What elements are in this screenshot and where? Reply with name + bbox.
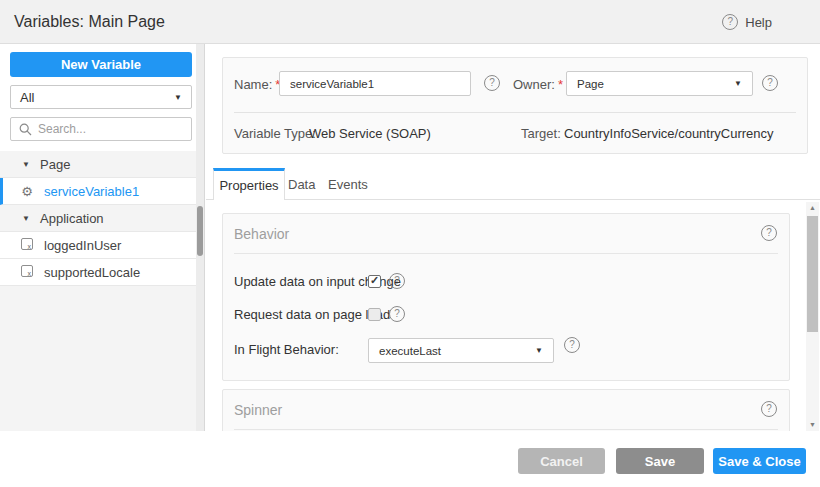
variable-type-value: Web Service (SOAP)	[309, 126, 431, 141]
tab-properties[interactable]: Properties	[213, 168, 285, 200]
sidebar-scrollbar[interactable]	[196, 44, 205, 431]
variable-search[interactable]	[10, 117, 192, 141]
tab-bar: Properties Data Events	[206, 168, 820, 200]
name-input[interactable]	[279, 71, 471, 96]
content-scrollbar-thumb[interactable]	[807, 216, 818, 332]
collapse-arrow-icon[interactable]: ▼	[22, 214, 31, 223]
search-input[interactable]	[38, 122, 178, 136]
owner-value: Page	[577, 78, 604, 90]
cancel-button[interactable]: Cancel	[518, 448, 605, 474]
scroll-down-arrow-icon[interactable]: ▼	[806, 419, 819, 431]
panel-divider	[234, 112, 796, 113]
variable-filter-select[interactable]: All ▼	[10, 85, 192, 109]
tree-item-loggedinuser[interactable]: x loggedInUser	[0, 232, 196, 259]
request-data-help-icon[interactable]: ?	[389, 306, 405, 322]
variables-sidebar: New Variable All ▼ ▼ Page ⚙ serviceVaria…	[0, 44, 196, 431]
behavior-section-title: Behavior	[234, 226, 289, 242]
dialog-header: Variables: Main Page ? Help	[0, 0, 820, 44]
save-button[interactable]: Save	[616, 448, 704, 474]
tree-item-servicevariable1[interactable]: ⚙ serviceVariable1	[0, 178, 196, 205]
page-title: Variables: Main Page	[14, 0, 165, 44]
spinner-section-title: Spinner	[234, 402, 282, 418]
update-data-checkbox[interactable]	[368, 275, 381, 288]
tab-events[interactable]: Events	[328, 168, 368, 200]
spinner-section: Spinner ?	[222, 389, 790, 431]
in-flight-behavior-select[interactable]: executeLast ▼	[368, 338, 554, 363]
chevron-down-icon: ▼	[734, 79, 742, 88]
in-flight-behavior-value: executeLast	[379, 345, 441, 357]
variable-summary-panel: Name:* ? Owner:* Page ▼ ? Variable Type:…	[222, 57, 808, 154]
help-link[interactable]: ? Help	[722, 14, 772, 30]
name-help-icon[interactable]: ?	[484, 75, 500, 91]
chevron-down-icon: ▼	[535, 346, 543, 355]
tree-item-supportedlocale[interactable]: x supportedLocale	[0, 259, 196, 286]
behavior-section: Behavior ? Update data on input change ?…	[222, 213, 790, 381]
scroll-up-arrow-icon[interactable]: ▲	[806, 202, 819, 214]
dialog-footer: Cancel Save Save & Close	[0, 431, 820, 487]
variable-filter-value: All	[20, 90, 34, 105]
chevron-down-icon: ▼	[174, 93, 182, 102]
static-variable-icon: x	[19, 265, 35, 280]
static-variable-icon: x	[19, 238, 35, 253]
name-label: Name:*	[234, 77, 280, 92]
tree-group-application[interactable]: ▼ Application	[0, 205, 196, 232]
request-data-label: Request data on page load	[234, 307, 390, 322]
variable-type-label: Variable Type:	[234, 126, 316, 141]
web-service-gear-icon: ⚙	[19, 184, 35, 199]
owner-select[interactable]: Page ▼	[566, 71, 753, 96]
properties-scroll-area: Behavior ? Update data on input change ?…	[206, 200, 820, 431]
tree-item-label: supportedLocale	[44, 265, 140, 280]
owner-label: Owner:*	[513, 77, 563, 92]
tree-group-label: Application	[40, 211, 104, 226]
target-value: CountryInfoService/countryCurrency	[564, 126, 774, 141]
content-scrollbar[interactable]: ▲ ▼	[806, 202, 819, 431]
tree-item-label: serviceVariable1	[44, 184, 139, 199]
behavior-help-icon[interactable]: ?	[761, 225, 777, 241]
collapse-arrow-icon[interactable]: ▼	[22, 160, 31, 169]
search-icon	[19, 123, 32, 136]
in-flight-behavior-label: In Flight Behavior:	[234, 342, 339, 357]
new-variable-button[interactable]: New Variable	[10, 52, 192, 77]
save-and-close-button[interactable]: Save & Close	[713, 448, 806, 474]
in-flight-behavior-help-icon[interactable]: ?	[564, 337, 580, 353]
sidebar-scrollbar-thumb[interactable]	[197, 206, 203, 256]
help-label: Help	[745, 15, 772, 30]
update-data-help-icon[interactable]: ?	[389, 273, 405, 289]
variable-detail-panel: Name:* ? Owner:* Page ▼ ? Variable Type:…	[206, 44, 820, 431]
owner-help-icon[interactable]: ?	[762, 75, 778, 91]
variables-tree: ▼ Page ⚙ serviceVariable1 ▼ Application …	[0, 151, 196, 431]
target-label: Target:	[521, 126, 561, 141]
tree-group-page[interactable]: ▼ Page	[0, 151, 196, 178]
tree-group-label: Page	[40, 157, 70, 172]
tab-data[interactable]: Data	[288, 168, 315, 200]
required-asterisk: *	[558, 77, 563, 92]
request-data-checkbox[interactable]	[368, 308, 381, 321]
variables-dialog: Variables: Main Page ? Help New Variable…	[0, 0, 820, 487]
section-divider	[234, 429, 778, 430]
tree-item-label: loggedInUser	[44, 238, 121, 253]
help-icon: ?	[722, 14, 738, 30]
section-divider	[234, 253, 778, 254]
spinner-help-icon[interactable]: ?	[761, 401, 777, 417]
